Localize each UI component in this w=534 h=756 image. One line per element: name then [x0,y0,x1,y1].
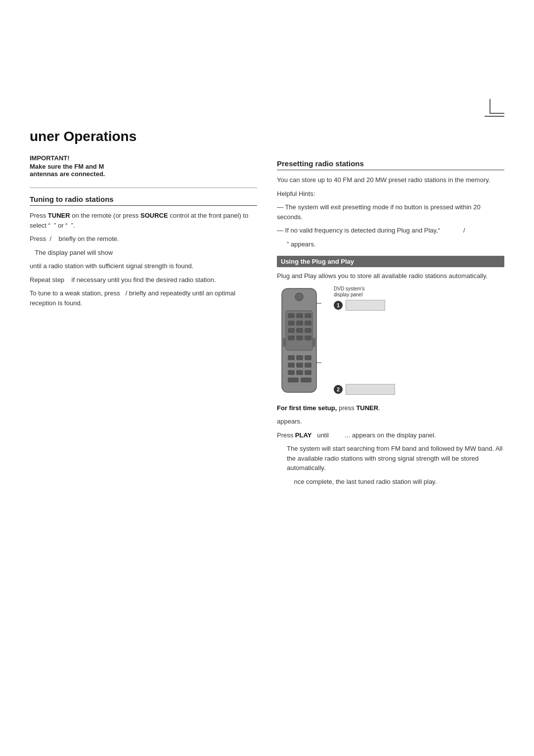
svg-rect-21 [296,363,303,368]
important-label: IMPORTANT! [30,154,257,162]
callout-box-1 [346,300,385,311]
first-setup-text: For first time setup, press TUNER. [277,403,504,413]
system-search-para: The system will start searching from FM … [287,444,504,473]
hint1-text: — The system will exit presetting mode i… [277,202,504,222]
two-column-layout: IMPORTANT! Make sure the FM and M antenn… [30,154,504,490]
svg-rect-23 [288,370,295,375]
svg-rect-24 [296,370,303,375]
nce-para: nce complete, the last tuned radio stati… [287,477,504,487]
tuning-para3: The display panel will show [30,248,257,258]
callout-2-row: 2 [334,384,395,395]
corner-l-mark [490,99,504,114]
callout-1-row: 1 [334,300,395,311]
svg-rect-10 [296,328,303,333]
svg-rect-6 [288,321,295,326]
svg-point-1 [295,293,303,301]
tuning-para2: Press / briefly on the remote. [30,234,257,244]
corner-line-mark [485,116,504,117]
svg-rect-15 [283,338,286,347]
callout-1-group: DVD system'sdisplay panel 1 [334,286,395,311]
svg-rect-7 [296,321,303,326]
plug-play-para: Plug and Play allows you to store all av… [277,271,504,281]
right-column: Presetting radio stations You can store … [277,154,504,490]
important-text-line1: Make sure the FM and M [30,163,257,170]
svg-rect-8 [305,321,312,326]
svg-rect-22 [305,363,312,368]
callout-box-2 [346,384,395,395]
tuning-para4: until a radio station with sufficient si… [30,261,257,271]
corner-marks [485,99,504,117]
svg-rect-26 [288,378,299,382]
plug-play-header: Using the Plug and Play [277,256,504,267]
svg-rect-4 [296,313,303,318]
important-text-line2: antennas are connected. [30,170,257,178]
svg-rect-11 [305,328,312,333]
svg-rect-27 [301,378,312,382]
svg-rect-25 [305,370,312,375]
svg-rect-5 [305,313,312,318]
svg-rect-17 [288,355,295,360]
svg-rect-9 [288,328,295,333]
important-box: IMPORTANT! Make sure the FM and M antenn… [30,154,257,178]
svg-rect-20 [288,363,295,368]
divider-left [30,188,257,188]
svg-rect-16 [312,338,315,347]
svg-rect-3 [288,313,295,318]
presetting-para1: You can store up to 40 FM and 20 MW pres… [277,175,504,185]
tuning-para5: Repeat step if necessary until you find … [30,275,257,285]
svg-rect-12 [288,335,295,340]
tuning-para1: Press TUNER on the remote (or press SOUR… [30,211,257,230]
left-column: IMPORTANT! Make sure the FM and M antenn… [30,154,257,490]
remote-container: DVD system'sdisplay panel 1 2 [277,286,504,396]
callout-column: DVD system'sdisplay panel 1 2 [334,286,395,395]
tuning-section-header: Tuning to radio stations [30,195,257,206]
helpful-hints-label: Helpful Hints: [277,189,504,199]
callout-number-2: 2 [334,385,343,394]
press-play-text: Press PLAY until ... appears on the disp… [277,430,504,440]
remote-svg [277,286,321,395]
main-content: uner Operations IMPORTANT! Make sure the… [30,129,504,490]
tuning-para6: To tune to a weak station, press / brief… [30,288,257,308]
hint2-text: — If no valid frequency is detected duri… [277,226,504,236]
svg-rect-19 [305,355,312,360]
hint2b-text: ” appears. [287,239,504,249]
dvd-display-label: DVD system'sdisplay panel [334,286,395,298]
page-title: uner Operations [30,129,504,144]
appears-text: appears. [277,417,504,426]
callout-number-1: 1 [334,301,343,310]
page-container: uner Operations IMPORTANT! Make sure the… [0,0,534,756]
svg-rect-18 [296,355,303,360]
presetting-section-header: Presetting radio stations [277,159,504,170]
remote-illustration [277,286,321,396]
svg-rect-14 [305,335,312,340]
svg-rect-13 [296,335,303,340]
